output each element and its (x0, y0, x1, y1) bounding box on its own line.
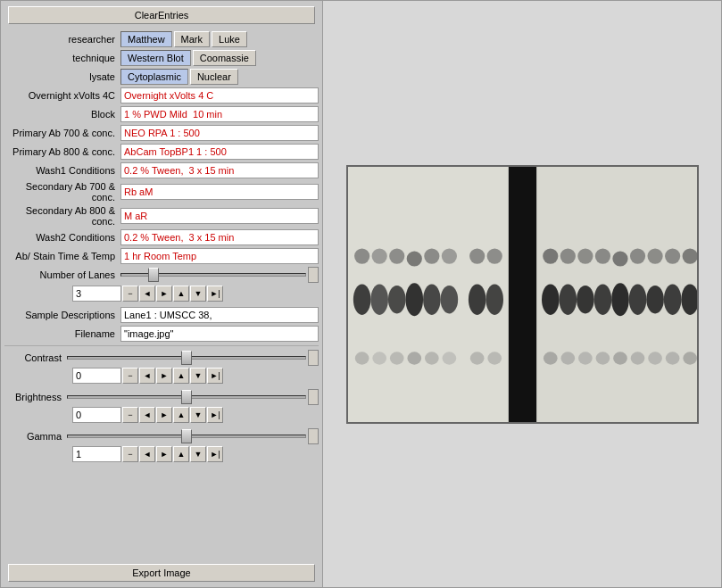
svg-point-33 (628, 284, 646, 314)
svg-point-18 (469, 248, 485, 263)
svg-point-40 (594, 248, 610, 263)
filename-label: Filename (4, 328, 120, 339)
brightness-up-btn[interactable]: ▲ (173, 407, 189, 423)
svg-point-13 (371, 248, 386, 263)
technique-coomassie-btn[interactable]: Coomassie (193, 50, 256, 66)
gamma-minus-btn[interactable]: − (122, 446, 138, 462)
researcher-label: researcher (4, 34, 120, 45)
gamma-end-btn[interactable]: ►| (207, 446, 223, 462)
sample-desc-input[interactable] (120, 307, 319, 323)
technique-row: technique Western Blot Coomassie (4, 50, 319, 66)
contrast-thumb[interactable] (181, 351, 192, 365)
overnight-input[interactable] (120, 87, 319, 104)
svg-point-14 (389, 248, 404, 263)
svg-point-53 (665, 352, 679, 364)
gamma-input[interactable] (72, 446, 121, 462)
gamma-up-btn[interactable]: ▲ (173, 446, 189, 462)
svg-point-51 (630, 352, 644, 364)
contrast-input[interactable] (72, 368, 121, 384)
numlanes-slider-thumb[interactable] (148, 268, 159, 282)
svg-point-28 (542, 284, 560, 314)
svg-rect-3 (508, 167, 535, 422)
researcher-row: researcher Matthew Mark Luke (4, 31, 319, 47)
svg-point-37 (543, 248, 558, 263)
primary800-input[interactable] (120, 144, 319, 160)
brightness-scrollbar[interactable] (308, 389, 319, 405)
brightness-minus-btn[interactable]: − (122, 407, 138, 423)
svg-point-30 (577, 285, 594, 312)
brightness-left-btn[interactable]: ◄ (139, 407, 155, 423)
svg-point-26 (469, 352, 484, 364)
svg-point-22 (389, 352, 403, 364)
researcher-luke-btn[interactable]: Luke (212, 31, 247, 47)
brightness-input[interactable] (72, 407, 121, 423)
gamma-label: Gamma (4, 431, 67, 442)
lysate-row: lysate Cytoplasmic Nuclear (4, 69, 319, 85)
contrast-down-btn[interactable]: ▼ (190, 368, 206, 384)
svg-point-5 (370, 284, 388, 314)
technique-western-btn[interactable]: Western Blot (120, 50, 191, 66)
numlanes-label: Number of Lanes (4, 269, 120, 280)
contrast-scrollbar[interactable] (308, 350, 319, 366)
svg-point-50 (613, 352, 627, 364)
numlanes-input[interactable] (72, 286, 121, 302)
numlanes-minus-btn[interactable]: − (122, 286, 138, 302)
svg-point-54 (683, 352, 697, 364)
wash1-input[interactable] (120, 162, 319, 178)
contrast-left-btn[interactable]: ◄ (139, 368, 155, 384)
brightness-thumb[interactable] (181, 390, 192, 404)
gamma-scrollbar[interactable] (308, 428, 319, 444)
gamma-left-btn[interactable]: ◄ (139, 446, 155, 462)
numlanes-slider-container (120, 268, 306, 282)
secondary700-input[interactable] (120, 184, 319, 200)
numlanes-end-btn[interactable]: ►| (207, 286, 223, 302)
brightness-label: Brightness (4, 392, 67, 402)
researcher-matthew-btn[interactable]: Matthew (120, 31, 172, 47)
gamma-right-btn[interactable]: ► (156, 446, 172, 462)
export-image-button[interactable]: Export Image (8, 564, 315, 582)
svg-point-16 (424, 248, 439, 263)
researcher-mark-btn[interactable]: Mark (174, 31, 210, 47)
brightness-end-btn[interactable]: ►| (207, 407, 223, 423)
contrast-up-btn[interactable]: ▲ (173, 368, 189, 384)
secondary800-input[interactable] (120, 208, 319, 224)
svg-point-12 (354, 248, 369, 263)
gamma-thumb[interactable] (181, 429, 192, 443)
svg-point-9 (440, 285, 458, 312)
svg-point-44 (665, 248, 680, 263)
primary700-input[interactable] (120, 125, 319, 141)
brightness-right-btn[interactable]: ► (156, 407, 172, 423)
contrast-end-btn[interactable]: ►| (207, 368, 223, 384)
abstain-input[interactable] (120, 248, 319, 264)
contrast-minus-btn[interactable]: − (122, 368, 138, 384)
numlanes-left-btn[interactable]: ◄ (139, 286, 155, 302)
contrast-right-btn[interactable]: ► (156, 368, 172, 384)
lysate-label: lysate (4, 71, 120, 82)
filename-input[interactable] (120, 326, 319, 342)
gamma-slider-container (67, 429, 306, 443)
svg-point-42 (629, 248, 644, 263)
svg-point-43 (647, 248, 662, 263)
clear-entries-button[interactable]: ClearEntries (8, 6, 315, 24)
lysate-nuclear-btn[interactable]: Nuclear (190, 69, 238, 85)
lysate-cytoplasmic-btn[interactable]: Cytoplasmic (120, 69, 188, 85)
block-input[interactable] (120, 106, 319, 122)
brightness-controls: − ◄ ► ▲ ▼ ►| (72, 407, 319, 423)
blot-svg (348, 167, 697, 422)
numlanes-scrollbar[interactable] (308, 267, 319, 283)
svg-point-4 (353, 284, 370, 314)
svg-point-41 (612, 251, 627, 266)
secondary700-row: Secondary Ab 700 & conc. (4, 181, 319, 203)
wash2-input[interactable] (120, 229, 319, 245)
svg-point-38 (560, 248, 575, 263)
block-label: Block (4, 109, 120, 120)
svg-point-21 (372, 352, 386, 364)
numlanes-up-btn[interactable]: ▲ (173, 286, 189, 302)
primary700-label: Primary Ab 700 & conc. (4, 128, 120, 138)
brightness-down-btn[interactable]: ▼ (190, 407, 206, 423)
svg-point-25 (442, 352, 456, 364)
numlanes-right-btn[interactable]: ► (156, 286, 172, 302)
abstain-row: Ab/ Stain Time & Temp (4, 248, 319, 264)
numlanes-down-btn[interactable]: ▼ (190, 286, 206, 302)
gamma-down-btn[interactable]: ▼ (190, 446, 206, 462)
